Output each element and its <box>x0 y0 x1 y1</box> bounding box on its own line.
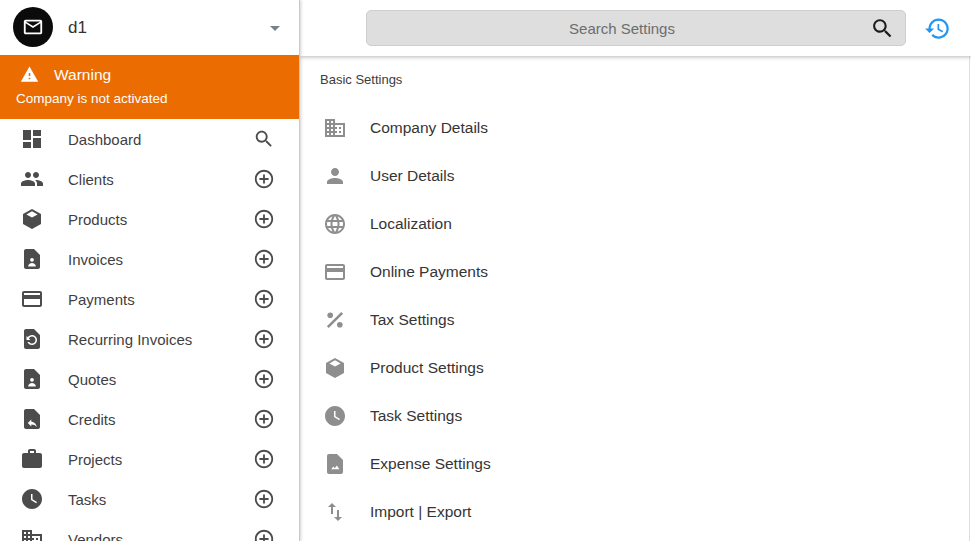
clock-icon <box>323 404 347 428</box>
sidebar-item-invoices[interactable]: Invoices <box>0 239 299 279</box>
add-circle-icon[interactable] <box>253 528 275 541</box>
settings-item-import-export[interactable]: Import | Export <box>300 488 971 536</box>
sidebar-item-label: Vendors <box>68 531 253 541</box>
sidebar-item-label: Invoices <box>68 251 253 268</box>
envelope-icon <box>22 16 44 38</box>
settings-item-label: Import | Export <box>370 503 471 521</box>
sidebar-item-projects[interactable]: Projects <box>0 439 299 479</box>
right-edge-divider <box>969 0 970 541</box>
settings-item-label: Product Settings <box>370 359 484 377</box>
settings-item-label: Company Details <box>370 119 488 137</box>
settings-item-label: Tax Settings <box>370 311 454 329</box>
warning-banner[interactable]: Warning Company is not activated <box>0 55 299 119</box>
company-name: d1 <box>68 0 87 55</box>
file-person-icon <box>20 247 44 271</box>
sidebar-item-label: Products <box>68 211 253 228</box>
sidebar-item-label: Payments <box>68 291 253 308</box>
add-circle-icon[interactable] <box>253 288 275 310</box>
sidebar-item-label: Dashboard <box>68 131 253 148</box>
file-refresh-icon <box>20 327 44 351</box>
sidebar-item-payments[interactable]: Payments <box>0 279 299 319</box>
dashboard-icon <box>20 127 44 151</box>
settings-item-expense-settings[interactable]: Expense Settings <box>300 440 971 488</box>
sidebar-item-products[interactable]: Products <box>0 199 299 239</box>
settings-item-label: Task Settings <box>370 407 462 425</box>
percent-icon <box>323 308 347 332</box>
add-circle-icon[interactable] <box>253 168 275 190</box>
import-export-icon <box>323 500 347 524</box>
cube-icon <box>323 356 347 380</box>
sidebar-item-vendors[interactable]: Vendors <box>0 519 299 541</box>
warning-title: Warning <box>54 66 111 84</box>
settings-item-online-payments[interactable]: Online Payments <box>300 248 971 296</box>
sidebar-item-label: Clients <box>68 171 253 188</box>
settings-list: Company DetailsUser DetailsLocalizationO… <box>300 104 971 536</box>
search-input[interactable] <box>367 11 905 45</box>
settings-item-task-settings[interactable]: Task Settings <box>300 392 971 440</box>
building-icon <box>323 116 347 140</box>
add-circle-icon[interactable] <box>253 248 275 270</box>
settings-item-product-settings[interactable]: Product Settings <box>300 344 971 392</box>
sidebar-item-clients[interactable]: Clients <box>0 159 299 199</box>
company-switcher[interactable]: d1 <box>0 0 299 55</box>
sidebar-nav: DashboardClientsProductsInvoicesPayments… <box>0 119 299 541</box>
history-icon <box>924 15 952 42</box>
sidebar-item-tasks[interactable]: Tasks <box>0 479 299 519</box>
clock-icon <box>20 487 44 511</box>
chevron-down-icon <box>263 16 287 40</box>
settings-item-label: Expense Settings <box>370 455 491 473</box>
settings-item-label: User Details <box>370 167 454 185</box>
sidebar-item-recurring-invoices[interactable]: Recurring Invoices <box>0 319 299 359</box>
add-circle-icon[interactable] <box>253 408 275 430</box>
person-icon <box>323 164 347 188</box>
cube-icon <box>20 207 44 231</box>
sidebar-item-label: Projects <box>68 451 253 468</box>
settings-item-user-details[interactable]: User Details <box>300 152 971 200</box>
add-circle-icon[interactable] <box>253 368 275 390</box>
search-icon[interactable] <box>870 16 895 41</box>
settings-item-tax-settings[interactable]: Tax Settings <box>300 296 971 344</box>
sidebar: d1 Warning Company is not activated Dash… <box>0 0 300 541</box>
settings-item-localization[interactable]: Localization <box>300 200 971 248</box>
globe-icon <box>323 212 347 236</box>
history-button[interactable] <box>924 14 952 42</box>
add-circle-icon[interactable] <box>253 208 275 230</box>
topbar <box>300 0 971 56</box>
file-reply-icon <box>20 407 44 431</box>
warning-message: Company is not activated <box>16 91 283 106</box>
file-person-icon <box>20 367 44 391</box>
warning-icon <box>20 65 39 84</box>
sidebar-item-label: Quotes <box>68 371 253 388</box>
settings-searchbox <box>366 10 906 46</box>
add-circle-icon[interactable] <box>253 328 275 350</box>
briefcase-icon <box>20 447 44 471</box>
settings-item-company-details[interactable]: Company Details <box>300 104 971 152</box>
credit-card-icon <box>323 260 347 284</box>
settings-item-label: Online Payments <box>370 263 488 281</box>
sidebar-item-dashboard[interactable]: Dashboard <box>0 119 299 159</box>
settings-item-label: Localization <box>370 215 452 233</box>
sidebar-item-label: Recurring Invoices <box>68 331 253 348</box>
add-circle-icon[interactable] <box>253 448 275 470</box>
section-title: Basic Settings <box>320 72 971 87</box>
sidebar-item-label: Credits <box>68 411 253 428</box>
main-panel: Basic Settings Company DetailsUser Detai… <box>300 0 971 541</box>
file-image-icon <box>323 452 347 476</box>
add-circle-icon[interactable] <box>253 488 275 510</box>
sidebar-item-label: Tasks <box>68 491 253 508</box>
search-icon[interactable] <box>253 128 275 150</box>
people-icon <box>20 167 44 191</box>
app-logo <box>13 7 53 47</box>
credit-card-icon <box>20 287 44 311</box>
building-icon <box>20 527 44 541</box>
settings-panel: Basic Settings Company DetailsUser Detai… <box>300 56 971 536</box>
sidebar-item-quotes[interactable]: Quotes <box>0 359 299 399</box>
sidebar-item-credits[interactable]: Credits <box>0 399 299 439</box>
